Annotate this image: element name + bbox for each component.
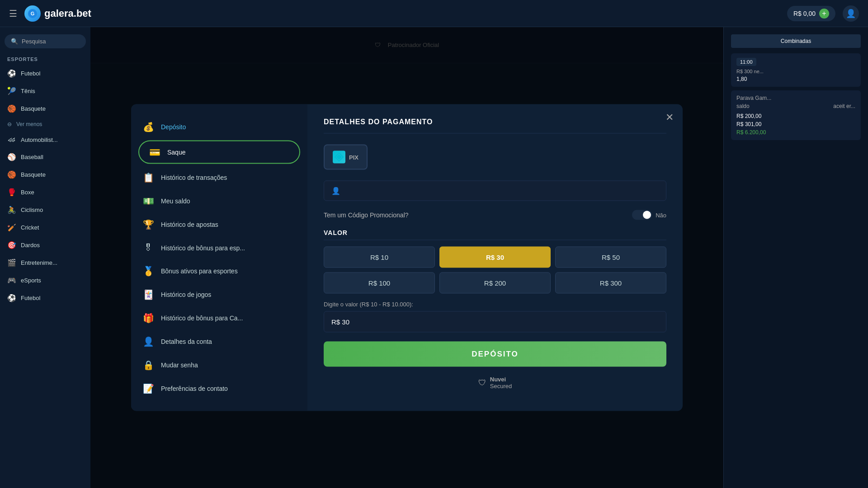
bonus-ativos-menu-item[interactable]: 🥇 Bônus ativos para esportes xyxy=(131,259,307,283)
left-sidebar: 🔍 Pesquisa ESPORTES ⚽ Futebol 🎾 Tênis 🏀 … xyxy=(0,27,90,488)
bet-aceito-label: aceit er... xyxy=(833,103,855,109)
toggle-track[interactable] xyxy=(632,210,652,220)
payment-methods-list: PIX xyxy=(324,145,666,170)
meu-saldo-menu-item[interactable]: 💵 Meu saldo xyxy=(131,189,307,213)
bet-saldo-label: saldo xyxy=(736,103,750,109)
historico-bonus-ca-icon: 🎁 xyxy=(142,313,155,324)
sidebar-item-label: Cricket xyxy=(21,224,39,231)
pix-logo: PIX xyxy=(333,151,359,164)
bet-amount-2: R$ 301,00 xyxy=(736,121,855,127)
search-placeholder: Pesquisa xyxy=(22,38,46,45)
sidebar-item-esports[interactable]: 🎮 eSports xyxy=(0,272,90,289)
bet-summary-row: saldo aceit er... xyxy=(736,103,855,109)
amount-button-50[interactable]: R$ 50 xyxy=(555,247,666,268)
main-area: 🛡 Patrocinador Oficial 💰 Depósito 💳 Saqu… xyxy=(90,27,723,488)
preferencias-label: Preferências de contato xyxy=(161,385,228,392)
sidebar-item-baseball[interactable]: ⚾ Baseball xyxy=(0,148,90,166)
amount-button-100[interactable]: R$ 100 xyxy=(324,272,435,294)
historico-transacoes-menu-item[interactable]: 📋 Histórico de transações xyxy=(131,166,307,189)
historico-bonus-esp-menu-item[interactable]: 🎖 Histórico de bônus para esp... xyxy=(131,236,307,259)
sidebar-item-dardos[interactable]: 🎯 Dardos xyxy=(0,236,90,254)
account-input-row[interactable]: 👤 xyxy=(324,181,666,201)
amount-button-300[interactable]: R$ 300 xyxy=(555,272,666,294)
sidebar-item-automobilismo[interactable]: 🏎 Automobilist... xyxy=(0,131,90,148)
bet-summary: Parava Gam... saldo aceit er... R$ 200,0… xyxy=(731,90,861,140)
sidebar-item-label: Basquete xyxy=(21,105,46,112)
sidebar-item-cricket[interactable]: 🏏 Cricket xyxy=(0,219,90,236)
value-input[interactable]: R$ 30 xyxy=(324,311,666,333)
nuvei-label: Nuvei Secured xyxy=(490,376,512,389)
sidebar-item-label: Futebol xyxy=(21,295,40,301)
add-funds-button[interactable]: + xyxy=(819,9,829,19)
saque-label: Saque xyxy=(167,149,185,156)
saque-menu-item[interactable]: 💳 Saque xyxy=(138,141,300,164)
toggle-thumb xyxy=(643,211,651,219)
sidebar-item-label: Baseball xyxy=(21,154,43,160)
right-panel-tabs: Combinadas xyxy=(731,34,861,48)
futebol2-icon: ⚽ xyxy=(7,294,16,302)
pix-text: PIX xyxy=(349,154,359,160)
detalhes-conta-menu-item[interactable]: 👤 Detalhes da conta xyxy=(131,330,307,353)
amount-buttons-grid: R$ 10 R$ 30 R$ 50 R$ 100 R$ 200 R$ 300 xyxy=(324,247,666,294)
hamburger-icon[interactable]: ☰ xyxy=(9,8,17,19)
mudar-senha-icon: 🔒 xyxy=(142,360,155,371)
sidebar-item-boxe[interactable]: 🥊 Boxe xyxy=(0,183,90,201)
sidebar-item-entretenimento[interactable]: 🎬 Entretenime... xyxy=(0,254,90,272)
detalhes-conta-label: Detalhes da conta xyxy=(161,338,212,345)
sidebar-item-futebol[interactable]: ⚽ Futebol xyxy=(0,65,90,82)
sidebar-item-basquete2[interactable]: 🏀 Basquete xyxy=(0,166,90,183)
sidebar-item-futebol2[interactable]: ⚽ Futebol xyxy=(0,289,90,307)
historico-bonus-esp-icon: 🎖 xyxy=(142,243,155,253)
basquete2-icon: 🏀 xyxy=(7,170,16,179)
meu-saldo-label: Meu saldo xyxy=(161,197,190,205)
futebol-icon: ⚽ xyxy=(7,69,16,78)
nuvei-shield-icon: 🛡 xyxy=(478,378,486,387)
bet-item-1: 11:00 R$ 300 ne... 1,80 xyxy=(731,53,861,87)
logo: G galera.bet xyxy=(24,5,91,22)
amount-button-10[interactable]: R$ 10 xyxy=(324,247,435,268)
pix-payment-method[interactable]: PIX xyxy=(324,145,368,170)
see-less-button[interactable]: ⊖ Ver menos xyxy=(0,117,90,131)
sidebar-item-label: Ciclismo xyxy=(21,206,43,213)
sidebar-item-basquete[interactable]: 🏀 Basquete xyxy=(0,100,90,117)
historico-jogos-label: Histórico de jogos xyxy=(161,291,211,298)
detalhes-conta-icon: 👤 xyxy=(142,336,155,347)
promo-toggle[interactable]: Não xyxy=(632,210,666,220)
tenis-icon: 🎾 xyxy=(7,87,16,95)
search-bar[interactable]: 🔍 Pesquisa xyxy=(5,34,86,48)
right-panel: Combinadas 11:00 R$ 300 ne... 1,80 Parav… xyxy=(723,27,868,488)
background-content: 🔍 Pesquisa ESPORTES ⚽ Futebol 🎾 Tênis 🏀 … xyxy=(0,27,868,488)
historico-bonus-ca-menu-item[interactable]: 🎁 Histórico de bônus para Ca... xyxy=(131,306,307,330)
top-navigation: ☰ G galera.bet R$ 0,00 + 👤 xyxy=(0,0,868,27)
bonus-ativos-label: Bônus ativos para esportes xyxy=(161,267,238,275)
logo-text: galera.bet xyxy=(44,8,91,19)
promo-code-row: Tem um Código Promocional? Não xyxy=(324,210,666,220)
mudar-senha-menu-item[interactable]: 🔒 Mudar senha xyxy=(131,353,307,377)
preferencias-contato-menu-item[interactable]: 📝 Preferências de contato xyxy=(131,377,307,400)
ciclismo-icon: 🚴 xyxy=(7,206,16,214)
deposito-menu-item[interactable]: 💰 Depósito xyxy=(131,115,307,139)
sidebar-item-label: Dardos xyxy=(21,242,40,249)
sidebar-item-label: Automobilist... xyxy=(21,136,58,143)
nuvei-security: 🛡 Nuvei Secured xyxy=(324,376,666,389)
historico-jogos-menu-item[interactable]: 🃏 Histórico de jogos xyxy=(131,283,307,306)
modal-sidebar: 💰 Depósito 💳 Saque 📋 Histórico de transa… xyxy=(131,104,307,411)
bet-summary-label1: Parava Gam... xyxy=(736,95,855,101)
user-avatar[interactable]: 👤 xyxy=(843,5,859,22)
amount-button-30[interactable]: R$ 30 xyxy=(439,247,551,268)
boxe-icon: 🥊 xyxy=(7,188,16,197)
sidebar-item-tenis[interactable]: 🎾 Tênis xyxy=(0,82,90,100)
modal-close-button[interactable]: ✕ xyxy=(665,112,674,123)
historico-apostas-menu-item[interactable]: 🏆 Histórico de apostas xyxy=(131,213,307,236)
esports-icon: 🎮 xyxy=(7,276,16,285)
see-less-label: Ver menos xyxy=(16,121,42,127)
balance-display: R$ 0,00 + xyxy=(787,6,835,21)
amount-button-200[interactable]: R$ 200 xyxy=(439,272,551,294)
meu-saldo-icon: 💵 xyxy=(142,196,155,206)
sidebar-item-label: eSports xyxy=(21,277,41,284)
logo-icon: G xyxy=(24,5,41,22)
account-icon: 👤 xyxy=(331,187,340,195)
sidebar-item-ciclismo[interactable]: 🚴 Ciclismo xyxy=(0,201,90,219)
deposit-button[interactable]: DEPÓSITO xyxy=(324,342,666,367)
combinadas-tab[interactable]: Combinadas xyxy=(731,34,861,48)
